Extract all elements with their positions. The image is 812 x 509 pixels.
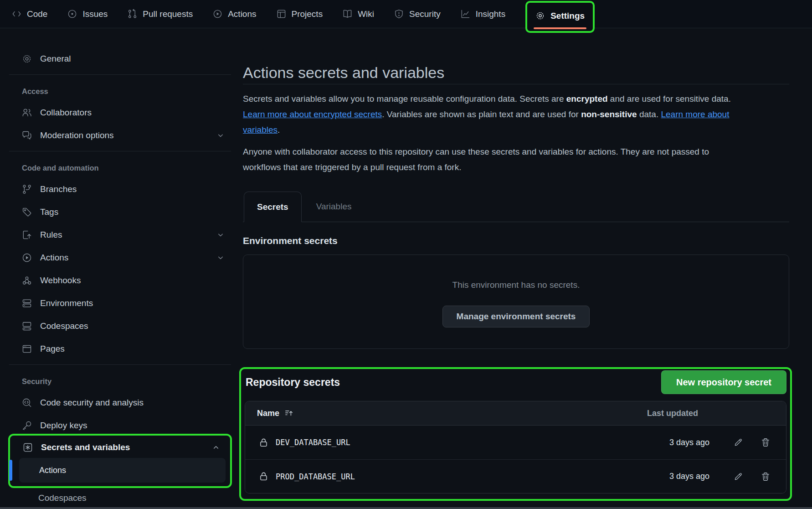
trash-icon bbox=[761, 437, 771, 447]
nav-label: Security bbox=[409, 9, 441, 19]
nav-label: Insights bbox=[476, 9, 505, 19]
sidebar-item-secrets-and-variables[interactable]: Secrets and variables bbox=[14, 437, 226, 458]
chevron-down-icon bbox=[216, 231, 225, 239]
sidebar-item-actions[interactable]: Actions bbox=[9, 246, 231, 269]
delete-secret-button[interactable] bbox=[759, 436, 772, 449]
play-icon bbox=[22, 253, 32, 263]
sidebar-item-label: Pages bbox=[40, 344, 65, 354]
issue-opened-icon bbox=[67, 9, 77, 19]
new-repository-secret-button[interactable]: New repository secret bbox=[661, 370, 786, 394]
git-branch-icon bbox=[22, 184, 32, 194]
codespaces-icon bbox=[22, 321, 32, 331]
sidebar-item-label: Collaborators bbox=[40, 108, 92, 118]
sidebar-item-moderation-options[interactable]: Moderation options bbox=[9, 124, 231, 147]
delete-secret-button[interactable] bbox=[759, 470, 772, 483]
tag-icon bbox=[22, 207, 32, 217]
sidebar-item-general[interactable]: General bbox=[9, 47, 231, 70]
repository-secrets-heading: Repository secrets bbox=[246, 376, 340, 389]
intro-bold-non-sensitive: non-sensitive bbox=[581, 109, 637, 119]
nav-item-wiki[interactable]: Wiki bbox=[343, 0, 374, 28]
sidebar-item-branches[interactable]: Branches bbox=[9, 178, 231, 201]
pencil-icon bbox=[733, 437, 743, 447]
sidebar-item-label: Codespaces bbox=[38, 493, 87, 503]
sidebar-item-environments[interactable]: Environments bbox=[9, 292, 231, 315]
sidebar-item-label: Actions bbox=[39, 466, 66, 475]
sidebar-divider bbox=[9, 151, 231, 151]
intro-text: data. bbox=[637, 109, 661, 119]
graph-icon bbox=[461, 9, 470, 19]
intro-bold-encrypted: encrypted bbox=[566, 94, 608, 104]
sidebar-item-label: Environments bbox=[40, 298, 93, 308]
intro-text: . Variables are shown as plain text and … bbox=[382, 109, 581, 119]
sidebar-item-codespaces[interactable]: Codespaces bbox=[9, 315, 231, 338]
nav-item-security[interactable]: Security bbox=[394, 0, 441, 28]
sidebar-divider bbox=[9, 74, 231, 75]
sidebar-section-code-and-automation: Code and automation bbox=[9, 158, 231, 178]
name-column-header[interactable]: Name bbox=[257, 409, 293, 418]
table-header-row: Name Last updated bbox=[245, 401, 786, 426]
shield-icon bbox=[394, 9, 404, 19]
sidebar-item-rules[interactable]: Rules bbox=[9, 223, 231, 246]
sidebar-item-label: Secrets and variables bbox=[41, 442, 130, 452]
environment-empty-text: This environment has no secrets. bbox=[452, 279, 580, 291]
sidebar-item-label: Tags bbox=[40, 207, 58, 217]
sidebar-divider bbox=[9, 364, 231, 365]
nav-label: Code bbox=[27, 9, 47, 19]
link-learn-more-encrypted-secrets[interactable]: Learn more about encrypted secrets bbox=[243, 109, 382, 119]
secrets-variables-tabs: Secrets Variables bbox=[243, 192, 789, 222]
webhook-icon bbox=[22, 275, 32, 286]
edit-secret-button[interactable] bbox=[731, 436, 745, 449]
codescan-icon bbox=[22, 398, 32, 408]
sidebar-item-label: Actions bbox=[40, 253, 68, 263]
nav-label: Wiki bbox=[358, 9, 374, 19]
environment-secrets-box: This environment has no secrets. Manage … bbox=[243, 254, 789, 349]
intro-paragraph: Secrets and variables allow you to manag… bbox=[243, 91, 749, 138]
intro-text: and are used for sensitive data. bbox=[608, 94, 731, 104]
play-icon bbox=[213, 9, 222, 19]
nav-item-projects[interactable]: Projects bbox=[277, 0, 323, 28]
nav-item-pull-requests[interactable]: Pull requests bbox=[128, 0, 193, 28]
title-divider bbox=[243, 84, 789, 84]
nav-item-insights[interactable]: Insights bbox=[461, 0, 505, 28]
sidebar-subitem-codespaces[interactable]: Codespaces bbox=[9, 489, 231, 507]
secret-name: DEV_DATABASE_URL bbox=[276, 438, 350, 447]
nav-label: Settings bbox=[550, 11, 585, 21]
sidebar-item-code-security-and-analysis[interactable]: Code security and analysis bbox=[9, 391, 231, 414]
sidebar-section-access: Access bbox=[9, 81, 231, 101]
pencil-icon bbox=[733, 472, 743, 482]
edit-secret-button[interactable] bbox=[731, 470, 745, 483]
selected-item-indicator-bar bbox=[9, 460, 12, 481]
top-navigation: Code Issues Pull requests Actions Projec… bbox=[0, 0, 812, 28]
sidebar-item-collaborators[interactable]: Collaborators bbox=[9, 101, 231, 124]
last-updated-column-header: Last updated bbox=[647, 409, 774, 418]
nav-item-issues[interactable]: Issues bbox=[67, 0, 108, 28]
server-icon bbox=[22, 298, 32, 308]
chevron-down-icon bbox=[216, 254, 225, 262]
sidebar-item-pages[interactable]: Pages bbox=[9, 338, 231, 360]
settings-sidebar: General Access Collaborators Moderation … bbox=[9, 28, 231, 507]
intro-text: . bbox=[278, 125, 280, 135]
tab-variables[interactable]: Variables bbox=[302, 192, 366, 222]
secret-last-updated: 3 days ago bbox=[669, 438, 709, 447]
tab-secrets[interactable]: Secrets bbox=[244, 192, 302, 222]
sidebar-subitem-actions-selected[interactable]: Actions bbox=[19, 458, 226, 483]
intro-text: Secrets and variables allow you to manag… bbox=[243, 94, 566, 104]
rules-icon bbox=[22, 230, 32, 240]
manage-environment-secrets-button[interactable]: Manage environment secrets bbox=[442, 306, 590, 327]
nav-label: Pull requests bbox=[143, 9, 193, 19]
repository-secrets-table: Name Last updated DEV_DATABASE_URL 3 day… bbox=[245, 401, 786, 493]
nav-item-actions[interactable]: Actions bbox=[213, 0, 256, 28]
key-icon bbox=[22, 421, 32, 431]
sidebar-item-label: General bbox=[40, 54, 71, 64]
sidebar-item-tags[interactable]: Tags bbox=[9, 201, 231, 223]
nav-label: Actions bbox=[228, 9, 256, 19]
environment-secrets-heading: Environment secrets bbox=[243, 234, 789, 247]
main-content: Actions secrets and variables Secrets an… bbox=[243, 28, 789, 501]
nav-item-code[interactable]: Code bbox=[12, 0, 47, 28]
nav-item-settings[interactable]: Settings bbox=[535, 3, 585, 29]
sidebar-item-webhooks[interactable]: Webhooks bbox=[9, 269, 231, 292]
annotation-box-settings-tab: Settings bbox=[525, 1, 595, 33]
sidebar-item-label: Webhooks bbox=[40, 275, 81, 286]
trash-icon bbox=[761, 472, 771, 482]
book-icon bbox=[343, 9, 352, 19]
